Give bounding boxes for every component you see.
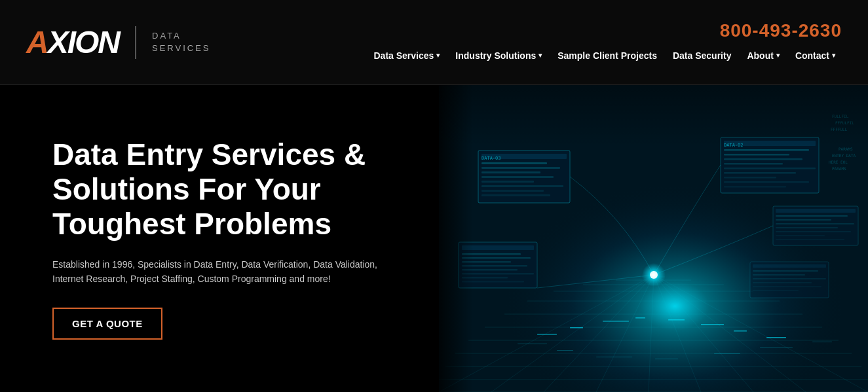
svg-rect-98 xyxy=(439,85,868,392)
hero-right: DATA-03 xyxy=(439,85,868,392)
industry-solutions-label: Industry Solutions xyxy=(455,50,536,61)
main-nav: Data Services ▾ Industry Solutions ▾ Sam… xyxy=(368,46,842,65)
industry-solutions-nav[interactable]: Industry Solutions ▾ xyxy=(449,46,548,65)
get-quote-button[interactable]: Get A Quote xyxy=(52,308,162,340)
contact-nav[interactable]: Contact ▾ xyxy=(789,46,842,65)
logo-subtitle-line1: DATA xyxy=(152,30,211,42)
contact-chevron: ▾ xyxy=(832,52,835,59)
phone-number[interactable]: 800-493-2630 xyxy=(720,20,842,41)
logo-a-letter: A xyxy=(26,24,48,60)
about-label: About xyxy=(747,50,773,61)
hero-subtitle: Established in 1996, Specialists in Data… xyxy=(52,257,380,287)
industry-solutions-chevron: ▾ xyxy=(538,52,542,59)
logo-area[interactable]: AXION DATA SERVICES xyxy=(26,24,211,60)
header-right: 800-493-2630 Data Services ▾ Industry So… xyxy=(368,20,842,65)
sample-projects-nav[interactable]: Sample Client Projects xyxy=(551,46,664,65)
hero-title: Data Entry Services & Solutions For Your… xyxy=(52,137,400,241)
logo-xion: XION xyxy=(48,24,119,60)
logo-brand: AXION xyxy=(26,24,119,60)
logo-subtitle-line2: SERVICES xyxy=(152,43,211,54)
about-nav[interactable]: About ▾ xyxy=(740,46,785,65)
sample-projects-label: Sample Client Projects xyxy=(557,50,657,61)
hero-svg: DATA-03 xyxy=(439,85,868,392)
data-security-label: Data Security xyxy=(673,50,731,61)
site-header: AXION DATA SERVICES 800-493-2630 Data Se… xyxy=(0,0,868,85)
data-services-label: Data Services xyxy=(374,50,434,61)
data-security-nav[interactable]: Data Security xyxy=(666,46,738,65)
contact-label: Contact xyxy=(795,50,829,61)
data-services-chevron: ▾ xyxy=(436,52,440,59)
main-content: Data Entry Services & Solutions For Your… xyxy=(0,85,868,392)
logo-subtitle: DATA SERVICES xyxy=(152,30,211,54)
about-chevron: ▾ xyxy=(776,52,780,59)
hero-background: DATA-03 xyxy=(439,85,868,392)
logo-divider xyxy=(135,26,136,59)
hero-left: Data Entry Services & Solutions For Your… xyxy=(0,85,439,392)
data-services-nav[interactable]: Data Services ▾ xyxy=(368,46,447,65)
